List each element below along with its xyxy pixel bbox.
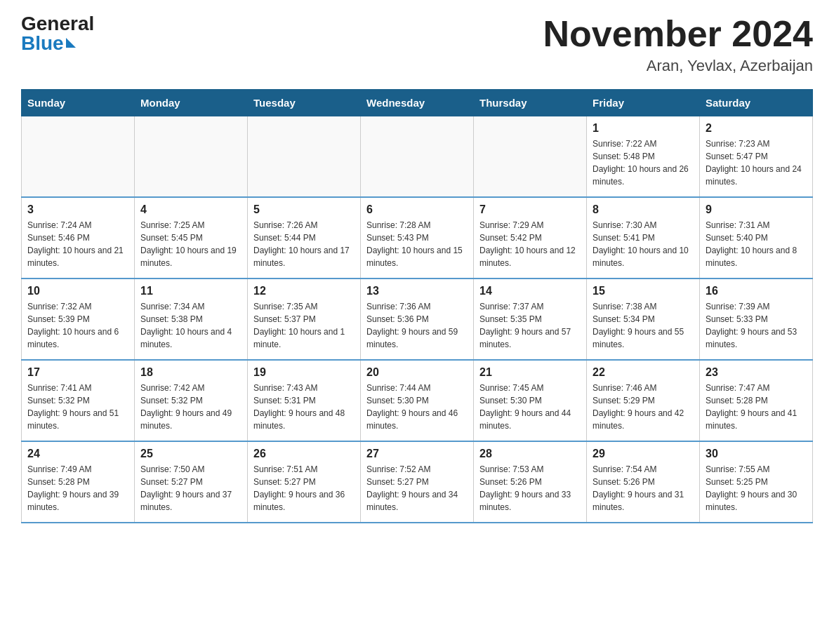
calendar-cell: 14Sunrise: 7:37 AMSunset: 5:35 PMDayligh… — [474, 279, 587, 360]
day-number: 18 — [140, 366, 241, 379]
weekday-header-thursday: Thursday — [474, 90, 587, 116]
day-info: Sunrise: 7:24 AMSunset: 5:46 PMDaylight:… — [27, 219, 128, 269]
day-info: Sunrise: 7:32 AMSunset: 5:39 PMDaylight:… — [27, 300, 128, 351]
week-row-4: 17Sunrise: 7:41 AMSunset: 5:32 PMDayligh… — [22, 360, 813, 441]
day-info: Sunrise: 7:52 AMSunset: 5:27 PMDaylight:… — [366, 463, 468, 514]
calendar-table: SundayMondayTuesdayWednesdayThursdayFrid… — [21, 89, 813, 523]
day-info: Sunrise: 7:29 AMSunset: 5:42 PMDaylight:… — [479, 219, 581, 269]
weekday-header-friday: Friday — [587, 90, 700, 116]
title-block: November 2024 Aran, Yevlax, Azerbaijan — [543, 14, 813, 75]
day-number: 23 — [706, 366, 807, 379]
logo-triangle-icon — [66, 38, 76, 48]
weekday-header-sunday: Sunday — [22, 90, 135, 116]
calendar-cell: 16Sunrise: 7:39 AMSunset: 5:33 PMDayligh… — [700, 279, 813, 360]
day-number: 7 — [479, 203, 581, 216]
calendar-cell: 24Sunrise: 7:49 AMSunset: 5:28 PMDayligh… — [22, 441, 135, 523]
day-info: Sunrise: 7:31 AMSunset: 5:40 PMDaylight:… — [706, 219, 807, 269]
calendar-cell: 19Sunrise: 7:43 AMSunset: 5:31 PMDayligh… — [248, 360, 361, 441]
calendar-subtitle: Aran, Yevlax, Azerbaijan — [543, 57, 813, 75]
week-row-5: 24Sunrise: 7:49 AMSunset: 5:28 PMDayligh… — [22, 441, 813, 523]
calendar-cell: 6Sunrise: 7:28 AMSunset: 5:43 PMDaylight… — [361, 197, 474, 279]
day-info: Sunrise: 7:51 AMSunset: 5:27 PMDaylight:… — [253, 463, 355, 514]
calendar-cell — [135, 116, 248, 198]
day-info: Sunrise: 7:28 AMSunset: 5:43 PMDaylight:… — [366, 219, 468, 269]
day-info: Sunrise: 7:22 AMSunset: 5:48 PMDaylight:… — [593, 137, 694, 188]
day-number: 3 — [27, 203, 128, 216]
calendar-cell: 11Sunrise: 7:34 AMSunset: 5:38 PMDayligh… — [135, 279, 248, 360]
day-number: 10 — [27, 285, 128, 297]
calendar-cell: 10Sunrise: 7:32 AMSunset: 5:39 PMDayligh… — [22, 279, 135, 360]
day-info: Sunrise: 7:25 AMSunset: 5:45 PMDaylight:… — [140, 219, 241, 269]
day-info: Sunrise: 7:30 AMSunset: 5:41 PMDaylight:… — [593, 219, 694, 269]
calendar-cell: 22Sunrise: 7:46 AMSunset: 5:29 PMDayligh… — [587, 360, 700, 441]
week-row-1: 1Sunrise: 7:22 AMSunset: 5:48 PMDaylight… — [22, 116, 813, 198]
day-number: 9 — [706, 203, 807, 216]
calendar-cell: 7Sunrise: 7:29 AMSunset: 5:42 PMDaylight… — [474, 197, 587, 279]
week-row-3: 10Sunrise: 7:32 AMSunset: 5:39 PMDayligh… — [22, 279, 813, 360]
weekday-header-row: SundayMondayTuesdayWednesdayThursdayFrid… — [22, 90, 813, 116]
calendar-cell: 27Sunrise: 7:52 AMSunset: 5:27 PMDayligh… — [361, 441, 474, 523]
day-number: 30 — [706, 448, 807, 460]
day-info: Sunrise: 7:35 AMSunset: 5:37 PMDaylight:… — [253, 300, 355, 351]
day-info: Sunrise: 7:36 AMSunset: 5:36 PMDaylight:… — [366, 300, 468, 351]
calendar-cell: 15Sunrise: 7:38 AMSunset: 5:34 PMDayligh… — [587, 279, 700, 360]
calendar-cell: 29Sunrise: 7:54 AMSunset: 5:26 PMDayligh… — [587, 441, 700, 523]
calendar-cell: 2Sunrise: 7:23 AMSunset: 5:47 PMDaylight… — [700, 116, 813, 198]
calendar-body: 1Sunrise: 7:22 AMSunset: 5:48 PMDaylight… — [22, 116, 813, 523]
calendar-cell: 30Sunrise: 7:55 AMSunset: 5:25 PMDayligh… — [700, 441, 813, 523]
day-number: 12 — [253, 285, 355, 297]
day-info: Sunrise: 7:41 AMSunset: 5:32 PMDaylight:… — [27, 382, 128, 432]
day-info: Sunrise: 7:43 AMSunset: 5:31 PMDaylight:… — [253, 382, 355, 432]
calendar-cell: 1Sunrise: 7:22 AMSunset: 5:48 PMDaylight… — [587, 116, 700, 198]
day-number: 21 — [479, 366, 581, 379]
weekday-header-saturday: Saturday — [700, 90, 813, 116]
day-info: Sunrise: 7:55 AMSunset: 5:25 PMDaylight:… — [706, 463, 807, 514]
weekday-header-monday: Monday — [135, 90, 248, 116]
day-info: Sunrise: 7:34 AMSunset: 5:38 PMDaylight:… — [140, 300, 241, 351]
calendar-cell: 21Sunrise: 7:45 AMSunset: 5:30 PMDayligh… — [474, 360, 587, 441]
calendar-cell: 18Sunrise: 7:42 AMSunset: 5:32 PMDayligh… — [135, 360, 248, 441]
calendar-cell — [248, 116, 361, 198]
calendar-cell: 5Sunrise: 7:26 AMSunset: 5:44 PMDaylight… — [248, 197, 361, 279]
day-number: 6 — [366, 203, 468, 216]
logo-general-text: General — [21, 14, 94, 34]
week-row-2: 3Sunrise: 7:24 AMSunset: 5:46 PMDaylight… — [22, 197, 813, 279]
page-header: General Blue November 2024 Aran, Yevlax,… — [21, 14, 813, 75]
logo-blue-text: Blue — [21, 34, 64, 53]
day-info: Sunrise: 7:50 AMSunset: 5:27 PMDaylight:… — [140, 463, 241, 514]
day-number: 29 — [593, 448, 694, 460]
day-number: 17 — [27, 366, 128, 379]
calendar-cell: 13Sunrise: 7:36 AMSunset: 5:36 PMDayligh… — [361, 279, 474, 360]
day-info: Sunrise: 7:47 AMSunset: 5:28 PMDaylight:… — [706, 382, 807, 432]
calendar-cell: 23Sunrise: 7:47 AMSunset: 5:28 PMDayligh… — [700, 360, 813, 441]
weekday-header-wednesday: Wednesday — [361, 90, 474, 116]
day-number: 19 — [253, 366, 355, 379]
day-info: Sunrise: 7:46 AMSunset: 5:29 PMDaylight:… — [593, 382, 694, 432]
day-info: Sunrise: 7:23 AMSunset: 5:47 PMDaylight:… — [706, 137, 807, 188]
calendar-cell: 12Sunrise: 7:35 AMSunset: 5:37 PMDayligh… — [248, 279, 361, 360]
day-number: 1 — [593, 122, 694, 135]
day-number: 11 — [140, 285, 241, 297]
calendar-cell: 25Sunrise: 7:50 AMSunset: 5:27 PMDayligh… — [135, 441, 248, 523]
day-number: 26 — [253, 448, 355, 460]
logo: General Blue — [21, 14, 94, 53]
day-number: 22 — [593, 366, 694, 379]
calendar-cell: 4Sunrise: 7:25 AMSunset: 5:45 PMDaylight… — [135, 197, 248, 279]
calendar-cell: 17Sunrise: 7:41 AMSunset: 5:32 PMDayligh… — [22, 360, 135, 441]
day-number: 27 — [366, 448, 468, 460]
day-number: 20 — [366, 366, 468, 379]
day-number: 8 — [593, 203, 694, 216]
calendar-cell: 9Sunrise: 7:31 AMSunset: 5:40 PMDaylight… — [700, 197, 813, 279]
weekday-header-tuesday: Tuesday — [248, 90, 361, 116]
calendar-cell — [361, 116, 474, 198]
day-number: 24 — [27, 448, 128, 460]
calendar-cell — [474, 116, 587, 198]
calendar-title: November 2024 — [543, 14, 813, 54]
day-number: 4 — [140, 203, 241, 216]
day-info: Sunrise: 7:38 AMSunset: 5:34 PMDaylight:… — [593, 300, 694, 351]
day-info: Sunrise: 7:37 AMSunset: 5:35 PMDaylight:… — [479, 300, 581, 351]
day-info: Sunrise: 7:45 AMSunset: 5:30 PMDaylight:… — [479, 382, 581, 432]
day-number: 5 — [253, 203, 355, 216]
calendar-cell: 20Sunrise: 7:44 AMSunset: 5:30 PMDayligh… — [361, 360, 474, 441]
day-number: 16 — [706, 285, 807, 297]
